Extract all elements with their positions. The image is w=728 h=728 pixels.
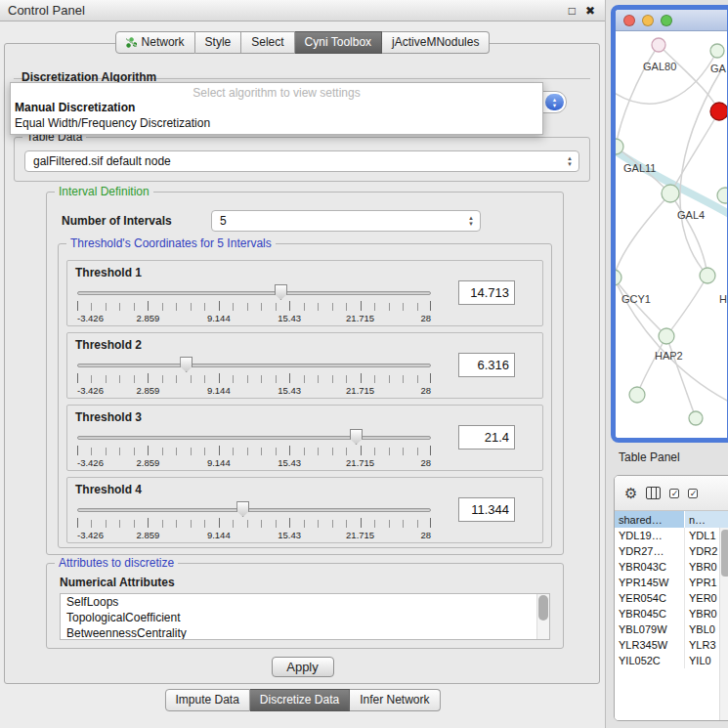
table-data-combobox[interactable]: galFiltered.sif default node: [24, 150, 579, 172]
network-view-window: GAL80GAGAL11GAL4GCY1HHAP2: [611, 5, 728, 443]
tick-label: 2.859: [137, 457, 160, 468]
threshold-2-slider[interactable]: -3.4262.8599.14415.4321.71528: [77, 357, 431, 398]
attribute-item[interactable]: SelfLoops: [61, 594, 549, 610]
table-cell: YLR3: [685, 639, 719, 651]
popup-item-equal-width-frequency[interactable]: Equal Width/Frequency Discretization: [11, 115, 542, 131]
tick-label: 28: [420, 457, 431, 468]
network-node-label: GCY1: [621, 293, 651, 305]
threshold-1-slider[interactable]: -3.4262.8599.14415.4321.71528: [77, 284, 431, 325]
tab-infer-network[interactable]: Infer Network: [350, 689, 440, 711]
zoom-traffic-light[interactable]: [661, 15, 672, 26]
columns-icon[interactable]: [646, 487, 661, 499]
number-of-intervals-combobox[interactable]: 5: [211, 210, 481, 232]
scrollbar[interactable]: [536, 594, 549, 639]
table-row[interactable]: YIL052CYIL0: [615, 653, 719, 668]
table-row[interactable]: YDL19…YDL1: [615, 528, 719, 543]
network-canvas[interactable]: GAL80GAGAL11GAL4GCY1HHAP2: [616, 31, 727, 438]
network-window-titlebar: [616, 10, 727, 31]
slider-handle[interactable]: [275, 284, 287, 300]
slider-tick-labels: -3.4262.8599.14415.4321.71528: [77, 313, 431, 324]
combobox-stepper-icon: [567, 155, 573, 168]
slider-ruler: [77, 520, 431, 528]
scrollbar-thumb[interactable]: [721, 530, 728, 577]
slider-handle[interactable]: [180, 357, 193, 372]
minimize-icon[interactable]: □: [569, 4, 576, 18]
tab-network[interactable]: Network: [115, 31, 195, 54]
tab-style[interactable]: Style: [195, 31, 242, 54]
scrollbar-thumb[interactable]: [538, 595, 548, 621]
combobox-stepper-icon[interactable]: [545, 94, 564, 110]
tick-label: -3.426: [77, 313, 104, 323]
attribute-item[interactable]: BetweennessCentrality: [61, 625, 549, 640]
network-node-green[interactable]: [689, 411, 703, 425]
table-row[interactable]: YPR145WYPR1: [615, 575, 719, 590]
table-row[interactable]: YER054CYER0: [615, 590, 719, 606]
tab-select[interactable]: Select: [241, 31, 294, 54]
network-node-red[interactable]: [710, 103, 727, 120]
threshold-3-slider[interactable]: -3.4262.8599.14415.4321.71528: [77, 429, 431, 470]
popup-item-manual-discretization[interactable]: Manual Discretization: [11, 100, 542, 115]
table-row[interactable]: YBR043CYBR0: [615, 559, 719, 575]
threshold-2-value-input[interactable]: [458, 353, 515, 377]
numerical-attributes-list[interactable]: SelfLoopsTopologicalCoefficientBetweenne…: [60, 593, 550, 640]
network-node-green[interactable]: [659, 328, 674, 344]
network-node-pink[interactable]: [652, 38, 665, 52]
threshold-3-value-input[interactable]: [458, 425, 515, 450]
tick-label: 9.144: [207, 313, 231, 323]
slider-handle[interactable]: [236, 501, 249, 517]
column-header-name[interactable]: n…: [685, 511, 728, 528]
slider-handle[interactable]: [350, 429, 363, 445]
close-traffic-light[interactable]: [623, 15, 635, 26]
table-row[interactable]: YBL079WYBL0: [615, 621, 719, 637]
table-row[interactable]: YDR27…YDR2: [615, 543, 719, 559]
threshold-1-box: Threshold 1 -3.4262.8599.14415.4321.7152…: [66, 260, 543, 326]
threshold-4-box: Threshold 4 -3.4262.8599.14415.4321.7152…: [66, 477, 543, 543]
tick-label: 15.43: [278, 385, 301, 396]
network-node-green[interactable]: [662, 185, 679, 202]
network-node-green[interactable]: [616, 270, 621, 285]
table-header-row: shared… n…: [615, 511, 728, 528]
table-row[interactable]: YBR045CYBR0: [615, 606, 719, 621]
threshold-4-slider[interactable]: -3.4262.8599.14415.4321.71528: [77, 501, 431, 542]
network-node-green[interactable]: [710, 44, 724, 58]
attribute-item[interactable]: TopologicalCoefficient: [61, 610, 549, 625]
slider-track: [77, 291, 431, 295]
tick-label: 21.715: [346, 457, 374, 468]
gear-icon[interactable]: ⚙: [624, 485, 637, 502]
tab-impute-data[interactable]: Impute Data: [164, 689, 249, 711]
table-cell: YLR345W: [615, 637, 685, 653]
tick-label: 28: [420, 530, 431, 540]
close-icon[interactable]: ✖: [585, 4, 595, 18]
table-row[interactable]: YLR345WYLR3: [615, 637, 719, 653]
apply-button[interactable]: Apply: [272, 657, 334, 677]
slider-track: [77, 364, 431, 367]
table-cell: YER0: [685, 592, 719, 604]
tab-discretize-data[interactable]: Discretize Data: [250, 689, 350, 711]
tick-label: 15.43: [278, 530, 301, 540]
bottom-tab-bar: Impute DataDiscretize DataInfer Network: [164, 689, 440, 711]
network-node-green[interactable]: [717, 188, 727, 203]
network-node-green[interactable]: [700, 268, 715, 283]
network-node-label: GAL11: [623, 162, 656, 174]
slider-tick-labels: -3.4262.8599.14415.4321.71528: [77, 457, 431, 469]
column-header-shared-name[interactable]: shared…: [615, 511, 685, 528]
minimize-traffic-light[interactable]: [642, 15, 654, 26]
tick-label: 21.715: [346, 313, 374, 323]
checkbox-icon[interactable]: [688, 489, 698, 498]
network-node-green[interactable]: [629, 387, 645, 403]
tab-jactivemnodules[interactable]: jActiveMNodules: [382, 31, 490, 54]
table-data-value: galFiltered.sif default node: [33, 154, 171, 168]
table-data-group: Table Data galFiltered.sif default node: [14, 137, 590, 182]
slider-ruler: [77, 448, 431, 455]
tick-label: 2.859: [137, 530, 160, 540]
threshold-4-label: Threshold 4: [75, 483, 142, 496]
table-cell: YDR2: [685, 545, 719, 557]
combobox-stepper-icon: [468, 215, 474, 228]
checkbox-icon[interactable]: [669, 489, 679, 498]
threshold-4-value-input[interactable]: [458, 497, 515, 522]
tab-label: Cyni Toolbox: [305, 35, 371, 49]
threshold-1-value-input[interactable]: [458, 280, 515, 305]
slider-ruler: [77, 303, 431, 311]
scrollbar[interactable]: [719, 528, 728, 720]
tab-cyni-toolbox[interactable]: Cyni Toolbox: [295, 31, 382, 54]
